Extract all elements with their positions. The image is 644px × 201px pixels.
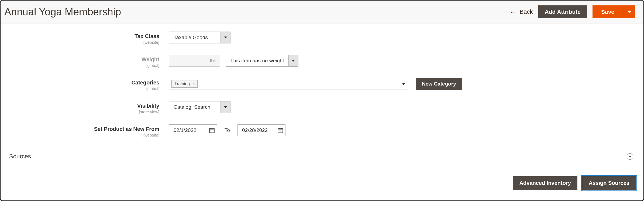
- save-button[interactable]: Save: [593, 5, 623, 18]
- tax-class-scope: [website]: [9, 40, 159, 45]
- svg-rect-14: [281, 128, 282, 129]
- svg-rect-7: [211, 128, 211, 129]
- weight-type-select[interactable]: This item has no weight: [226, 55, 298, 67]
- new-to-date-value: 02/28/2022: [238, 127, 275, 133]
- triangle-down-icon: [224, 105, 227, 109]
- new-to-date-input[interactable]: 02/28/2022: [237, 124, 285, 136]
- svg-rect-8: [213, 128, 213, 129]
- save-dropdown-button[interactable]: [623, 5, 635, 18]
- advanced-inventory-button[interactable]: Advanced Inventory: [513, 176, 577, 190]
- chevron-up-icon: [629, 155, 631, 158]
- categories-field[interactable]: Training ×: [169, 78, 409, 90]
- new-from-scope: [website]: [9, 133, 159, 137]
- weight-scope: [global]: [9, 63, 159, 68]
- svg-marker-1: [224, 36, 227, 38]
- calendar-icon[interactable]: [207, 128, 217, 133]
- page-header: Annual Yoga Membership ← Back Add Attrib…: [1, 1, 643, 23]
- tag-remove-icon[interactable]: ×: [192, 82, 195, 86]
- calendar-icon[interactable]: [275, 128, 285, 133]
- tax-class-label: Tax Class: [135, 33, 159, 39]
- new-from-row: Set Product as New From [website] 02/1/2…: [9, 124, 635, 137]
- triangle-down-icon: [628, 10, 631, 14]
- svg-marker-2: [292, 60, 295, 62]
- weight-row: Weight [global] lbs This item has no wei…: [9, 55, 635, 68]
- tax-class-value: Taxable Goods: [169, 32, 221, 43]
- visibility-scope: [store view]: [9, 110, 159, 114]
- triangle-down-icon: [402, 82, 405, 86]
- categories-row: Categories [global] Training × New Categ…: [9, 78, 635, 91]
- tax-class-select[interactable]: Taxable Goods: [169, 32, 230, 43]
- visibility-row: Visibility [store view] Catalog, Search: [9, 101, 635, 114]
- header-actions: ← Back Add Attribute Save: [509, 5, 635, 18]
- visibility-label: Visibility: [137, 103, 159, 109]
- back-arrow-icon: ←: [509, 8, 516, 16]
- assign-sources-button[interactable]: Assign Sources: [582, 176, 636, 190]
- to-label: To: [222, 127, 232, 133]
- collapse-toggle[interactable]: [627, 153, 633, 160]
- visibility-value: Catalog, Search: [169, 101, 221, 113]
- weight-label: Weight: [142, 56, 159, 62]
- svg-marker-0: [628, 11, 631, 13]
- save-button-group: Save: [593, 5, 635, 18]
- svg-rect-15: [279, 131, 280, 131]
- back-label: Back: [520, 8, 533, 15]
- categories-label: Categories: [132, 80, 159, 86]
- svg-rect-9: [210, 131, 211, 131]
- tax-class-row: Tax Class [website] Taxable Goods: [9, 32, 635, 45]
- sources-title: Sources: [9, 153, 31, 160]
- back-button[interactable]: ← Back: [509, 8, 533, 16]
- tax-class-dropdown-toggle[interactable]: [221, 32, 230, 43]
- new-from-date-value: 02/1/2022: [169, 127, 207, 133]
- categories-tags: Training ×: [169, 78, 398, 90]
- svg-rect-16: [280, 131, 281, 131]
- weight-unit: lbs: [210, 58, 216, 64]
- visibility-dropdown-toggle[interactable]: [221, 101, 230, 113]
- visibility-select[interactable]: Catalog, Search: [169, 101, 230, 113]
- svg-rect-13: [279, 128, 280, 129]
- product-form: Tax Class [website] Taxable Goods Weight…: [1, 23, 643, 145]
- weight-input: lbs: [169, 55, 220, 67]
- triangle-down-icon: [224, 36, 227, 39]
- categories-scope: [global]: [9, 86, 159, 91]
- page-title: Annual Yoga Membership: [4, 6, 121, 18]
- category-tag-label: Training: [174, 81, 190, 86]
- categories-dropdown-toggle[interactable]: [398, 78, 409, 90]
- new-from-label: Set Product as New From: [94, 126, 159, 132]
- svg-marker-4: [224, 106, 227, 108]
- sources-section-header[interactable]: Sources: [1, 145, 643, 163]
- category-tag: Training ×: [171, 80, 198, 88]
- triangle-down-icon: [292, 59, 295, 62]
- weight-type-value: This item has no weight: [226, 55, 288, 66]
- weight-type-dropdown-toggle[interactable]: [288, 55, 298, 66]
- svg-rect-10: [212, 131, 212, 131]
- sources-actions: Advanced Inventory Assign Sources: [1, 163, 643, 190]
- add-attribute-button[interactable]: Add Attribute: [538, 5, 587, 18]
- new-category-button[interactable]: New Category: [416, 78, 462, 90]
- new-from-date-input[interactable]: 02/1/2022: [169, 124, 217, 136]
- svg-marker-3: [402, 83, 405, 85]
